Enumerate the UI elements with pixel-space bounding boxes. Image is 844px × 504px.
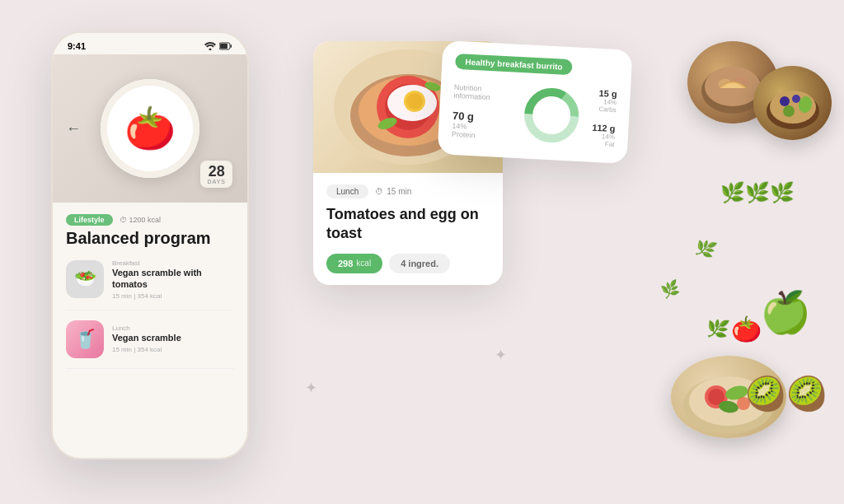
meal-thumbnail: 🥗 — [66, 260, 104, 298]
meal-item[interactable]: 🥗 Breakfast Vegan scramble with tomatos … — [66, 259, 234, 310]
status-icons — [204, 42, 232, 50]
meal-details: Lunch Vegan scramble 15 min | 354 kcal — [112, 324, 181, 352]
svg-point-0 — [209, 49, 212, 51]
food-bowl-fruit — [753, 66, 832, 140]
svg-point-25 — [780, 96, 790, 106]
food-leaf-3: 🌿 — [705, 316, 730, 341]
hero-plate: 🍅 — [101, 79, 199, 178]
kcal-pill: 298 kcal — [326, 254, 382, 273]
clock-icon: ⏱ — [375, 187, 383, 196]
program-title: Balanced program — [66, 229, 234, 248]
meal-thumbnail: 🥤 — [66, 320, 104, 358]
svg-point-28 — [783, 105, 795, 117]
lifestyle-tag: Lifestyle — [66, 214, 113, 226]
wifi-icon — [204, 42, 216, 50]
meal-item[interactable]: 🥤 Lunch Vegan scramble 15 min | 354 kcal — [66, 320, 234, 369]
lunch-tags: Lunch ⏱ 15 min — [326, 184, 490, 198]
food-apple: 🍏 — [760, 288, 811, 336]
time-badge: ⏱ 15 min — [375, 187, 411, 196]
clock-icon: ⏱ — [120, 216, 127, 224]
nutrition-subtitle: Nutrition information — [453, 82, 512, 102]
food-kiwi: 🥝🥝 — [745, 375, 828, 413]
kcal-value: 1200 kcal — [129, 216, 162, 224]
meal-category: Breakfast — [112, 259, 234, 267]
program-meta: Lifestyle ⏱ 1200 kcal — [66, 214, 234, 226]
status-bar: 9:41 — [53, 33, 247, 54]
protein-stat: 70 g 14% Protein — [452, 109, 511, 141]
ingredients-count: 4 — [401, 259, 406, 268]
food-tomato: 🍅 — [731, 315, 762, 343]
svg-point-26 — [792, 95, 800, 103]
kcal-unit: kcal — [356, 259, 371, 268]
status-time: 9:41 — [68, 41, 86, 51]
svg-point-11 — [406, 93, 423, 110]
days-number: 28 — [207, 164, 226, 179]
lunch-title: Tomatoes and egg on toast — [326, 205, 490, 244]
meal-meta: 15 min | 354 kcal — [112, 346, 181, 353]
sparkle-icon: ✦ — [495, 346, 507, 364]
ingredients-pill: 4 ingred. — [389, 254, 450, 273]
svg-rect-3 — [220, 44, 227, 49]
phone-content: Lifestyle ⏱ 1200 kcal Balanced program 🥗… — [53, 203, 247, 390]
lunch-tag: Lunch — [326, 184, 368, 198]
food-right-section: 🌿🌿🌿 🍏 🥝🥝 🌿 🌿 🌿 🍅 — [580, 0, 844, 504]
lunch-stats: 298 kcal 4 ingred. — [326, 254, 490, 273]
kcal-number: 298 — [338, 259, 353, 268]
time-value: 15 min — [387, 187, 411, 196]
meal-name: Vegan scramble with tomatos — [112, 267, 234, 291]
food-spinach: 🌿🌿🌿 — [720, 181, 795, 204]
food-leaf-1: 🌿 — [693, 236, 720, 261]
meal-meta: 15 min | 354 kcal — [112, 292, 234, 300]
battery-icon — [219, 42, 232, 50]
sparkle-icon: ✦ — [305, 379, 317, 397]
days-badge: 28 DAYS — [200, 161, 232, 188]
kcal-meta: ⏱ 1200 kcal — [120, 216, 162, 224]
days-label: DAYS — [207, 179, 226, 184]
nutrition-donut-chart — [517, 81, 586, 150]
svg-rect-2 — [231, 44, 232, 48]
food-leaf-2: 🌿 — [659, 278, 682, 301]
phone-mockup: 9:41 ← 🍅 28 DAYS Lifestyle — [51, 31, 249, 460]
phone-hero: ← 🍅 28 DAYS — [53, 54, 247, 203]
fruit-bowl-svg — [760, 70, 826, 136]
meal-name: Vegan scramble — [112, 332, 181, 343]
ingredients-label: ingred. — [408, 259, 438, 268]
back-button[interactable]: ← — [66, 120, 81, 138]
meal-details: Breakfast Vegan scramble with tomatos 15… — [112, 259, 234, 300]
nutrition-title-badge: Healthy breakfast burrito — [455, 54, 573, 75]
lunch-card-body: Lunch ⏱ 15 min Tomatoes and egg on toast… — [313, 173, 503, 285]
meal-category: Lunch — [112, 324, 181, 332]
